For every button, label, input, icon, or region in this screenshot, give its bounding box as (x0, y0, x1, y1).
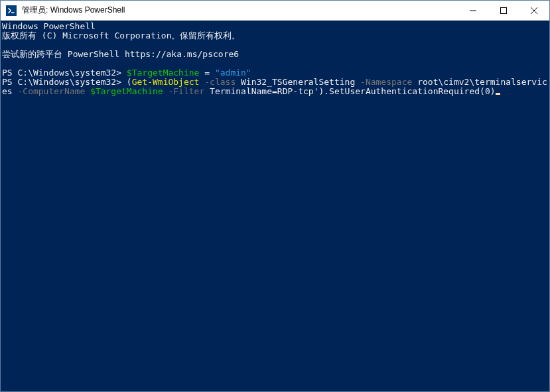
powershell-window: 管理员: Windows PowerShell Windows PowerShe… (0, 0, 550, 392)
header-line-2: 版权所有 (C) Microsoft Corporation。保留所有权利。 (2, 31, 241, 40)
titlebar[interactable]: 管理员: Windows PowerShell (1, 1, 549, 21)
svg-rect-2 (501, 7, 507, 13)
minimize-button[interactable] (458, 1, 488, 20)
close-button[interactable] (519, 1, 549, 20)
arg-class: Win32_TSGeneralSetting (241, 77, 355, 87)
param-computername: -ComputerName (13, 86, 90, 96)
paren-open: ( (127, 77, 132, 87)
variable-target-2: $TargetMachine (90, 86, 163, 96)
variable-target: $TargetMachine (127, 68, 200, 78)
teaser-line: 尝试新的跨平台 PowerShell https://aka.ms/pscore… (2, 49, 239, 59)
window-title: 管理员: Windows PowerShell (21, 5, 458, 16)
cursor-icon (496, 93, 500, 95)
cmdlet: Get-WmiObject (132, 77, 200, 87)
window-controls (458, 1, 549, 20)
powershell-icon (6, 5, 17, 16)
prompt-2: PS C:\Windows\system32> (2, 77, 121, 87)
prompt-1: PS C:\Windows\system32> (2, 68, 121, 78)
param-namespace: -Namespace (355, 77, 417, 87)
string-admin: "admin" (215, 68, 251, 78)
header-line-1: Windows PowerShell (2, 21, 96, 31)
param-filter: -Filter (163, 86, 210, 96)
eq-op: = (199, 68, 214, 78)
terminal-area[interactable]: Windows PowerShell 版权所有 (C) Microsoft Co… (1, 21, 549, 391)
arg-filter: TerminalName=RDP-tcp').SetUserAuthentica… (210, 86, 495, 96)
param-class: -class (199, 77, 241, 87)
maximize-button[interactable] (488, 1, 519, 20)
